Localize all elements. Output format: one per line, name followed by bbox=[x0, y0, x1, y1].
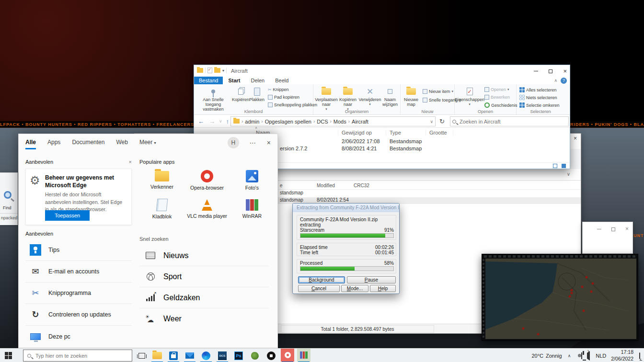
taskbar-search-box[interactable] bbox=[23, 350, 132, 362]
pin-to-quick-access-button[interactable]: Aan Snelle toegang vastmaken bbox=[196, 86, 230, 112]
language-indicator[interactable]: NLD bbox=[596, 353, 606, 359]
chevron-down-icon[interactable]: ∨ bbox=[567, 171, 570, 177]
select-none-button[interactable]: Niets selecteren bbox=[519, 95, 557, 100]
new-folder-button[interactable]: Nieuwe map bbox=[402, 86, 421, 107]
list-item-snipping[interactable]: ✂ Knipprogramma bbox=[25, 283, 132, 304]
up-icon[interactable]: ↑ bbox=[226, 118, 230, 125]
chevron-down-icon[interactable]: ∨ bbox=[430, 119, 433, 124]
thumbnail-view-icon[interactable] bbox=[562, 164, 566, 168]
app-kladblok[interactable]: Kladblok bbox=[139, 194, 184, 223]
explorer-title-bar[interactable]: ▾ Aircraft × bbox=[194, 65, 570, 77]
quick-item-sport[interactable]: Sport bbox=[139, 266, 269, 287]
list-item-tips[interactable]: Tips bbox=[25, 239, 132, 261]
delete-button[interactable]: ✕ Verwijderen▾ bbox=[359, 86, 380, 106]
help-button[interactable]: Help bbox=[370, 285, 396, 292]
network-icon[interactable] bbox=[581, 353, 582, 359]
app-fotos[interactable]: Foto's bbox=[230, 166, 275, 194]
taskbar-search-input[interactable] bbox=[34, 352, 121, 359]
column-type[interactable]: Type bbox=[390, 130, 401, 136]
help-icon[interactable]: ? bbox=[561, 78, 567, 84]
taskbar-black-app[interactable] bbox=[265, 350, 277, 361]
winrar-extract-dialog[interactable]: Extracting from Community F-22A Mod Vers… bbox=[292, 203, 400, 294]
new-item-button[interactable]: Nieuw item▾ bbox=[423, 89, 453, 94]
quick-access-toolbar[interactable]: ▾ bbox=[197, 68, 227, 73]
column-size[interactable]: Grootte bbox=[429, 130, 447, 136]
column-modified[interactable]: Gewijzigd op bbox=[342, 130, 372, 136]
refresh-icon[interactable]: ↻ bbox=[439, 118, 445, 125]
new-folder-qat-icon[interactable] bbox=[214, 68, 220, 73]
taskbar-edge[interactable] bbox=[200, 350, 212, 361]
tray-condition[interactable]: Zonnig bbox=[546, 353, 562, 359]
mode-button[interactable]: Mode... bbox=[341, 285, 368, 292]
app-opera[interactable]: Opera-browser bbox=[184, 166, 230, 194]
properties-qat-icon[interactable] bbox=[207, 68, 212, 73]
breadcrumb-dcs[interactable]: DCS bbox=[317, 119, 328, 124]
close-icon[interactable]: × bbox=[625, 226, 629, 232]
tab-beeld[interactable]: Beeld bbox=[270, 77, 294, 84]
background-button[interactable]: Background bbox=[298, 276, 345, 283]
tray-chevron-up-icon[interactable]: ∧ bbox=[568, 353, 571, 358]
tab-delen[interactable]: Delen bbox=[245, 77, 270, 84]
cancel-button[interactable]: Cancel bbox=[298, 285, 340, 292]
dismiss-icon[interactable]: × bbox=[129, 159, 132, 165]
recent-locations-icon[interactable]: ∨ bbox=[219, 119, 222, 124]
collapse-ribbon-icon[interactable]: ∧ bbox=[554, 78, 557, 83]
taskbar-dcs[interactable]: DCS bbox=[217, 350, 228, 361]
start-search-panel[interactable]: Alle Apps Documenten Web Meer ▾ H ⋯ × Aa… bbox=[18, 134, 278, 348]
copy-to-button[interactable]: Kopiëren naar▾ bbox=[337, 86, 358, 111]
taskbar-opera-active[interactable] bbox=[281, 349, 294, 362]
quick-item-geldzaken[interactable]: Geldzaken bbox=[139, 287, 269, 308]
map-window[interactable] bbox=[482, 254, 638, 341]
maximize-icon[interactable] bbox=[611, 225, 615, 233]
select-all-button[interactable]: Alles selecteren bbox=[519, 87, 557, 92]
winrar-sliver-window[interactable]: Find npacked bbox=[0, 172, 18, 225]
app-winrar[interactable]: WinRAR bbox=[230, 194, 275, 223]
breadcrumb-admin[interactable]: admin bbox=[245, 119, 259, 124]
search-input[interactable] bbox=[459, 118, 554, 125]
tab-apps[interactable]: Apps bbox=[47, 139, 60, 149]
pause-button[interactable]: Pause bbox=[347, 276, 396, 283]
taskbar-store[interactable] bbox=[168, 350, 179, 361]
minimize-icon[interactable] bbox=[597, 225, 601, 233]
breadcrumb-saved-games[interactable]: Opgeslagen spellen bbox=[265, 119, 311, 124]
start-button[interactable] bbox=[5, 352, 12, 359]
quick-item-weer[interactable]: ☀☁ Weer bbox=[139, 308, 269, 329]
taskbar-mail[interactable] bbox=[184, 350, 196, 361]
column-modified[interactable]: Modified bbox=[317, 183, 335, 188]
background-window[interactable]: × bbox=[582, 222, 633, 254]
tab-start[interactable]: Start bbox=[223, 77, 245, 84]
close-icon[interactable]: × bbox=[563, 68, 567, 75]
maximize-icon[interactable] bbox=[549, 67, 552, 75]
paste-shortcut-button[interactable]: Snelkoppeling plakken bbox=[268, 102, 317, 107]
move-to-button[interactable]: Verplaatsen naar▾ bbox=[315, 86, 337, 111]
back-icon[interactable]: ← bbox=[198, 118, 204, 125]
find-button-label[interactable]: Find bbox=[3, 205, 12, 210]
minimize-icon[interactable] bbox=[534, 67, 538, 75]
column-type-fragment[interactable]: e bbox=[280, 183, 283, 188]
rename-button[interactable]: Naam wijzigen bbox=[380, 86, 400, 107]
tab-web[interactable]: Web bbox=[116, 139, 127, 149]
explorer-search-box[interactable] bbox=[450, 116, 569, 126]
forward-icon[interactable]: → bbox=[209, 118, 215, 125]
taskbar-plant-app[interactable] bbox=[249, 350, 261, 361]
app-verkenner[interactable]: Verkenner bbox=[139, 166, 184, 194]
apply-button[interactable]: Toepassen bbox=[45, 210, 90, 221]
copy-button[interactable]: Kopiëren bbox=[232, 86, 249, 102]
paste-button[interactable]: Plakken bbox=[249, 86, 265, 102]
quick-item-nieuws[interactable]: Nieuws bbox=[139, 245, 269, 266]
volume-icon[interactable] bbox=[587, 353, 590, 359]
tab-bestand[interactable]: Bestand bbox=[194, 77, 223, 84]
task-view-button[interactable] bbox=[136, 350, 148, 361]
list-item-email[interactable]: ✉ E-mail en accounts bbox=[25, 261, 132, 283]
copy-path-button[interactable]: Pad kopiëren bbox=[268, 95, 299, 100]
chevron-down-icon[interactable]: ▾ bbox=[222, 68, 224, 73]
list-item-this-pc[interactable]: Deze pc bbox=[25, 326, 132, 347]
column-unpacked-fragment[interactable]: npacked bbox=[1, 215, 17, 220]
clock[interactable]: 17:18 2/06/2022 bbox=[611, 349, 633, 362]
find-icon[interactable] bbox=[4, 191, 12, 199]
details-view-icon[interactable] bbox=[553, 164, 557, 168]
close-icon[interactable]: × bbox=[574, 135, 577, 142]
breadcrumb-mods[interactable]: Mods bbox=[334, 119, 346, 124]
history-button[interactable]: Geschiedenis bbox=[484, 102, 518, 108]
taskbar-winrar-active[interactable] bbox=[297, 349, 310, 362]
